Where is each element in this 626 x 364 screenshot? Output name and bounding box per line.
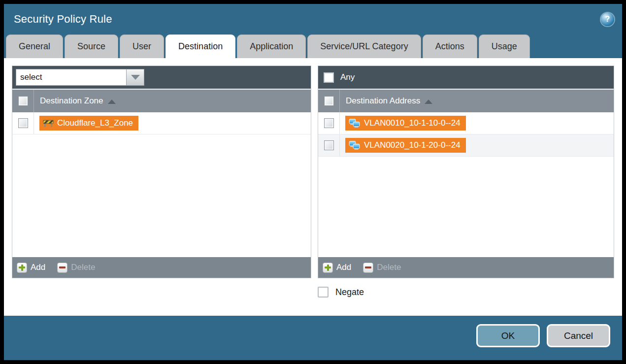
- dialog-footer: OK Cancel: [4, 316, 622, 360]
- negate-row: Negate: [318, 287, 614, 298]
- address-add-button[interactable]: Add: [323, 263, 351, 273]
- zone-toolbar: Add Delete: [12, 257, 311, 278]
- zone-filter-bar: [12, 66, 311, 90]
- zone-select-all-checkbox[interactable]: [18, 96, 28, 106]
- zone-item-label: Cloudflare_L3_Zone: [57, 118, 133, 128]
- address-delete-button[interactable]: Delete: [363, 263, 401, 273]
- address-any-bar: Any: [318, 66, 614, 90]
- zone-item[interactable]: Cloudflare_L3_Zone: [39, 116, 138, 131]
- help-icon[interactable]: ?: [601, 13, 614, 26]
- table-row: Cloudflare_L3_Zone: [12, 112, 311, 134]
- row-checkbox[interactable]: [324, 140, 334, 150]
- plus-icon: [17, 263, 27, 273]
- minus-icon: [57, 263, 67, 273]
- tab-general[interactable]: General: [6, 34, 63, 58]
- tab-destination[interactable]: Destination: [165, 34, 235, 58]
- network-icon: [349, 141, 361, 150]
- tab-application[interactable]: Application: [237, 34, 306, 58]
- any-checkbox[interactable]: [324, 72, 334, 83]
- minus-icon: [363, 263, 373, 273]
- zone-filter-dropdown-button[interactable]: [126, 69, 144, 86]
- tab-service-url-category[interactable]: Service/URL Category: [307, 34, 421, 58]
- address-item-label: VLAN0010_10-1-10-0--24: [364, 118, 461, 128]
- tab-usage[interactable]: Usage: [479, 34, 530, 58]
- destination-address-panel: Any Destination Address: [318, 66, 614, 278]
- negate-checkbox[interactable]: [318, 287, 329, 298]
- address-table-header: Destination Address: [318, 90, 614, 112]
- chevron-down-icon: [131, 75, 140, 80]
- address-item[interactable]: VLAN0020_10-1-20-0--24: [345, 138, 466, 153]
- zone-filter-combobox: [16, 69, 144, 86]
- zone-column-header[interactable]: Destination Zone: [40, 96, 103, 106]
- tab-user[interactable]: User: [120, 34, 164, 58]
- table-row: VLAN0020_10-1-20-0--24: [318, 134, 614, 157]
- security-policy-rule-dialog: Security Policy Rule ? General Source Us…: [4, 4, 622, 360]
- ok-button[interactable]: OK: [476, 324, 540, 347]
- any-label: Any: [340, 72, 355, 82]
- address-item[interactable]: VLAN0010_10-1-10-0--24: [345, 116, 466, 131]
- sort-ascending-icon: [425, 99, 432, 104]
- zone-add-button[interactable]: Add: [17, 263, 45, 273]
- zone-table-header: Destination Zone: [12, 90, 311, 112]
- zone-filter-input[interactable]: [16, 69, 126, 86]
- tab-actions[interactable]: Actions: [423, 34, 477, 58]
- row-checkbox[interactable]: [18, 118, 28, 128]
- tab-strip: General Source User Destination Applicat…: [4, 34, 622, 58]
- address-toolbar: Add Delete: [318, 257, 614, 278]
- network-icon: [349, 119, 361, 128]
- row-checkbox[interactable]: [324, 118, 334, 128]
- delete-button-label: Delete: [71, 263, 95, 272]
- zone-table-body: Cloudflare_L3_Zone: [12, 112, 311, 257]
- dialog-title: Security Policy Rule: [14, 13, 112, 26]
- dialog-titlebar: Security Policy Rule ?: [4, 4, 622, 34]
- zone-icon: [43, 119, 54, 128]
- destination-zone-panel: Destination Zone Cloudflare_L3_Zone: [12, 66, 311, 278]
- cancel-button[interactable]: Cancel: [547, 324, 610, 347]
- sort-ascending-icon: [108, 99, 116, 104]
- plus-icon: [323, 263, 333, 273]
- tab-source[interactable]: Source: [65, 34, 118, 58]
- destination-tab-content: Destination Zone Cloudflare_L3_Zone: [4, 58, 622, 316]
- add-button-label: Add: [31, 263, 45, 272]
- address-table-body: VLAN0010_10-1-10-0--24 VLAN: [318, 112, 614, 257]
- address-column-header[interactable]: Destination Address: [346, 96, 420, 106]
- table-row: VLAN0010_10-1-10-0--24: [318, 112, 614, 134]
- delete-button-label: Delete: [377, 263, 401, 272]
- negate-label: Negate: [335, 287, 364, 298]
- address-select-all-checkbox[interactable]: [324, 96, 334, 106]
- address-item-label: VLAN0020_10-1-20-0--24: [364, 140, 461, 150]
- zone-delete-button[interactable]: Delete: [57, 263, 95, 273]
- add-button-label: Add: [336, 263, 351, 272]
